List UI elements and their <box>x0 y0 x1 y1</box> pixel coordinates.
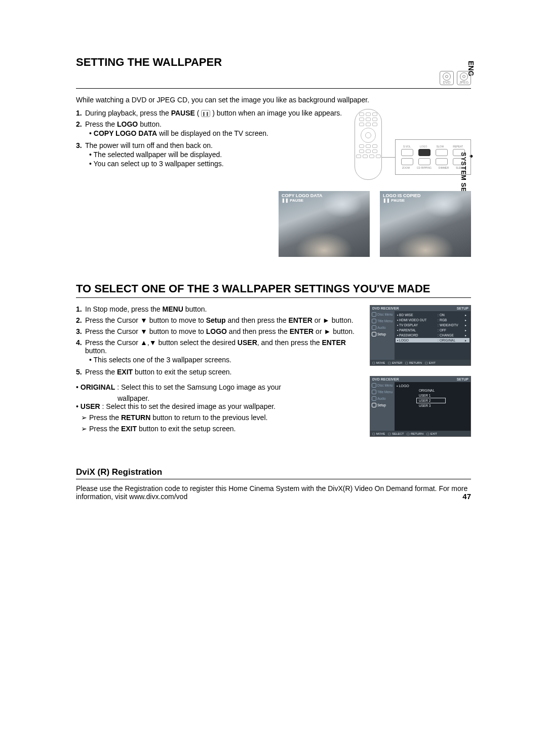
jpeg-icon: JPEG <box>457 71 471 85</box>
logo-button-highlight <box>418 149 431 156</box>
divider <box>76 297 471 298</box>
section-title: TO SELECT ONE OF THE 3 WALLPAPER SETTING… <box>76 282 471 295</box>
note: Press the EXIT button to exit the setup … <box>76 425 355 433</box>
page-number: 47 <box>462 492 471 501</box>
intro-text: While watching a DVD or JPEG CD, you can… <box>76 96 471 104</box>
divx-text: Please use the Registration code to regi… <box>76 484 471 501</box>
divider <box>76 88 471 89</box>
osd-setup-menu: DVD RECEIVER SETUP Disc Menu Title Menu … <box>370 305 471 366</box>
remote-diagram: S.VOL LOGO SLOW REPEAT <box>355 109 471 185</box>
subsection-title: DviX (R) Registration <box>76 467 471 479</box>
step-text: Press the EXIT button to exit the setup … <box>85 368 355 376</box>
option-list: • ORIGINAL : Select this to set the Sams… <box>76 383 355 410</box>
step-text: During playback, press the PAUSE ( ❚❚ ) … <box>85 109 344 117</box>
osd-logo-menu: DVD RECEIVER SETUP Disc Menu Title Menu … <box>370 376 471 437</box>
pause-icon: ❚❚ <box>201 110 210 117</box>
step-text: The power will turn off and then back on… <box>85 141 344 169</box>
manual-page: ENG SYSTEM SETUP SETTING THE WALLPAPER D… <box>0 0 547 521</box>
step-text: In Stop mode, press the MENU button. <box>85 305 355 313</box>
step-text: Press the Cursor ▼ button to move to Set… <box>85 316 355 324</box>
tv-screenshot-copied: LOGO IS COPIED ❚❚ PAUSE <box>380 191 471 257</box>
step-text: Press the LOGO button. COPY LOGO DATA wi… <box>85 120 344 138</box>
section-title: SETTING THE WALLPAPER <box>76 56 471 69</box>
steps-list: 1. In Stop mode, press the MENU button. … <box>76 305 355 376</box>
dvd-icon: DVD <box>440 71 454 85</box>
remote-callout: S.VOL LOGO SLOW REPEAT <box>395 139 471 175</box>
note: Press the RETURN button to return to the… <box>76 413 355 422</box>
steps-list: 1. During playback, press the PAUSE ( ❚❚… <box>76 109 344 169</box>
media-icons: DVD JPEG <box>76 71 471 85</box>
step-text: Press the Cursor ▲,▼ button select the d… <box>85 338 355 365</box>
tv-screenshot-copy: COPY LOGO DATA ❚❚ PAUSE <box>279 191 370 257</box>
step-text: Press the Cursor ▼ button to move to LOG… <box>85 327 355 335</box>
